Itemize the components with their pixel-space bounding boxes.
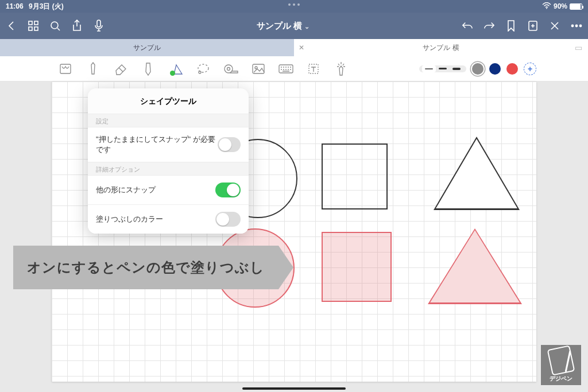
svg-point-15 [227, 67, 230, 70]
zoom-tool[interactable] [57, 61, 74, 77]
svg-point-14 [225, 65, 233, 73]
color-grey[interactable] [472, 63, 483, 75]
document-tabs: サンプル ✕ サンプル 横 ▭ [0, 39, 588, 56]
add-color-button[interactable]: + [524, 63, 536, 75]
color-navy[interactable] [489, 63, 501, 75]
bookmark-button[interactable] [505, 20, 517, 32]
tape-tool[interactable] [223, 61, 239, 77]
grid-view-button[interactable] [28, 20, 39, 32]
svg-point-13 [199, 71, 201, 73]
svg-point-0 [546, 7, 547, 9]
svg-point-9 [575, 25, 577, 26]
tab-label: サンプル [133, 43, 161, 53]
svg-point-10 [579, 25, 581, 26]
battery-pct: 90% [554, 2, 567, 10]
svg-point-8 [571, 25, 573, 26]
annotation-callout: オンにするとペンの色で塗りつぶし [13, 246, 278, 289]
row-fill-color: 塗りつぶしのカラー [88, 204, 249, 234]
stroke-med[interactable] [439, 68, 447, 69]
share-button[interactable] [71, 20, 83, 32]
battery-icon [570, 3, 582, 10]
svg-point-17 [255, 67, 257, 69]
wifi-icon [542, 2, 551, 11]
svg-rect-6 [97, 20, 100, 27]
popover-section-advanced: 詳細オプション [88, 162, 249, 176]
watermark-text: デジペン [550, 375, 572, 383]
home-indicator[interactable] [242, 387, 346, 390]
row-hold-to-snap: "押したままにしてスナップ" が必要です [88, 127, 249, 162]
document-title: サンプル 横 [257, 21, 302, 30]
undo-button[interactable] [462, 20, 473, 32]
close-button[interactable] [549, 20, 560, 32]
back-button[interactable] [6, 20, 17, 32]
image-tool[interactable] [250, 61, 266, 77]
highlighter-tool[interactable] [140, 61, 156, 77]
add-page-button[interactable] [527, 20, 539, 32]
search-button[interactable] [49, 20, 61, 32]
tab-close-icon[interactable]: ✕ [299, 44, 304, 52]
row-snap-other: 他の形にスナップ [88, 176, 249, 204]
stroke-thick[interactable] [452, 68, 461, 70]
row-label: "押したままにしてスナップ" が必要です [96, 134, 218, 155]
svg-point-5 [51, 22, 58, 29]
status-bar: 11:06 9月3日 (火) 90% [0, 0, 588, 13]
drawing-toolbar: + [0, 56, 588, 81]
shape-triangle-outline[interactable] [434, 137, 520, 210]
tab-inactive[interactable]: サンプル [0, 39, 294, 56]
svg-rect-18 [279, 65, 293, 73]
redo-button[interactable] [483, 20, 495, 32]
chevron-down-icon: ⌄ [304, 23, 310, 30]
tab-pages-icon[interactable]: ▭ [575, 43, 582, 52]
row-label: 他の形にスナップ [96, 185, 156, 195]
multitask-dots[interactable] [288, 3, 300, 6]
stroke-thin[interactable] [425, 68, 433, 69]
svg-rect-4 [34, 27, 38, 30]
shape-square-outline[interactable] [322, 143, 388, 209]
mic-button[interactable] [93, 20, 105, 32]
laser-tool[interactable] [333, 61, 349, 77]
toggle-fill-color[interactable] [215, 212, 241, 227]
shape-square-filled[interactable] [322, 232, 392, 302]
shape-tool[interactable] [168, 61, 184, 77]
status-time: 11:06 [6, 2, 24, 10]
keyboard-tool[interactable] [278, 61, 294, 77]
watermark-logo: デジペン [541, 345, 581, 385]
callout-text: オンにするとペンの色で塗りつぶし [27, 258, 265, 277]
callout-arrow-icon [278, 246, 293, 289]
stroke-width-group [419, 65, 466, 72]
eraser-tool[interactable] [113, 61, 129, 77]
app-navbar: サンプル 横⌄ [0, 13, 588, 39]
shape-triangle-filled[interactable] [428, 228, 522, 304]
toggle-snap-other[interactable] [215, 183, 241, 197]
textbox-tool[interactable] [305, 61, 322, 77]
status-date: 9月3日 (火) [29, 2, 64, 10]
document-title-button[interactable]: サンプル 横⌄ [105, 21, 462, 32]
row-label: 塗りつぶしのカラー [96, 214, 163, 224]
lasso-tool[interactable] [195, 61, 211, 77]
popover-section-settings: 設定 [88, 114, 249, 127]
svg-rect-3 [29, 27, 32, 30]
popover-title: シェイプツール [88, 88, 249, 114]
svg-rect-1 [29, 21, 32, 25]
pen-tool[interactable] [85, 61, 101, 77]
svg-rect-2 [34, 21, 38, 25]
tab-label: サンプル 横 [423, 43, 459, 53]
shape-tool-badge [170, 71, 175, 76]
more-button[interactable] [571, 20, 582, 32]
svg-rect-11 [60, 64, 71, 73]
shape-tool-popover: シェイプツール 設定 "押したままにしてスナップ" が必要です 詳細オプション … [88, 88, 249, 234]
color-red[interactable] [506, 63, 518, 75]
tab-active[interactable]: ✕ サンプル 横 ▭ [294, 39, 588, 56]
toggle-hold-snap[interactable] [218, 137, 241, 152]
